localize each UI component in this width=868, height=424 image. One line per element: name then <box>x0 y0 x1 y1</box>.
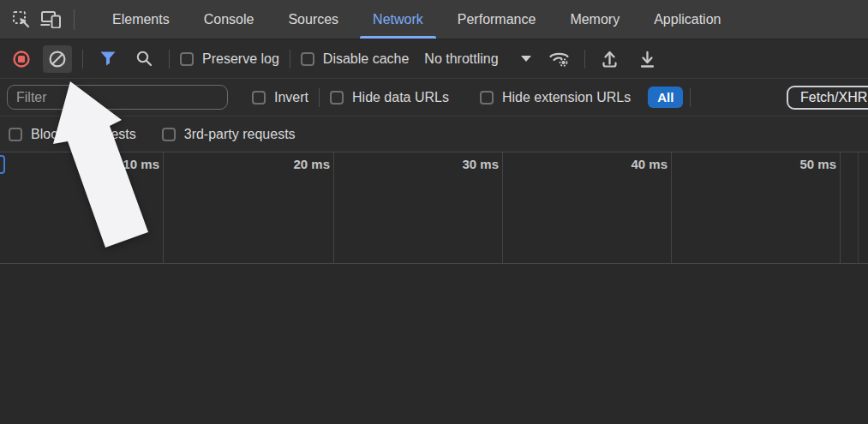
hide-extension-urls-label: Hide extension URLs <box>502 90 631 105</box>
tab-application[interactable]: Application <box>637 0 738 39</box>
tabbar-separator <box>74 9 75 30</box>
third-party-requests-label: 3rd-party requests <box>184 127 296 142</box>
upload-icon <box>601 50 619 69</box>
tab-console[interactable]: Console <box>187 0 272 39</box>
search-button[interactable] <box>129 45 159 73</box>
request-list-empty-area <box>0 264 868 423</box>
preserve-log-checkbox[interactable] <box>180 52 194 66</box>
clear-network-log-button[interactable] <box>43 45 72 73</box>
timeline-right-border <box>858 152 859 263</box>
invert-group: Invert <box>252 90 308 105</box>
tab-performance[interactable]: Performance <box>440 0 554 39</box>
third-party-requests-group: 3rd-party requests <box>162 127 296 142</box>
timeline-label: 40 ms <box>599 157 667 171</box>
devtools-tab-bar: Elements Console Sources Network Perform… <box>0 0 868 39</box>
toolbar-separator <box>82 50 83 69</box>
timeline-gridline <box>163 152 164 263</box>
filter-funnel-icon <box>99 51 117 67</box>
preserve-log-label: Preserve log <box>202 51 279 67</box>
tab-sources[interactable]: Sources <box>271 0 356 39</box>
timeline-label: 10 ms <box>91 157 159 171</box>
record-icon <box>12 50 31 69</box>
timeline-label: 30 ms <box>430 157 499 171</box>
timeline-gridline <box>840 152 841 263</box>
record-network-log-button[interactable] <box>7 45 36 73</box>
disable-cache-label: Disable cache <box>323 51 410 67</box>
network-conditions-button[interactable] <box>545 45 574 73</box>
toolbar-separator <box>319 88 320 107</box>
preserve-log-group: Preserve log <box>180 51 279 67</box>
network-toolbar: Preserve log Disable cache No throttling <box>0 39 868 79</box>
panel-tabs: Elements Console Sources Network Perform… <box>95 0 738 39</box>
hide-data-urls-label: Hide data URLs <box>352 90 449 105</box>
hide-extension-urls-group: Hide extension URLs <box>480 90 631 105</box>
blocked-requests-checkbox[interactable] <box>9 128 22 141</box>
tab-network[interactable]: Network <box>356 0 440 39</box>
toggle-device-toolbar-button[interactable] <box>36 5 65 34</box>
tab-memory[interactable]: Memory <box>553 0 637 39</box>
toolbar-separator <box>690 88 691 107</box>
filter-toggle-button[interactable] <box>93 45 123 73</box>
waterfall-selection-marker <box>0 155 5 174</box>
disable-cache-checkbox[interactable] <box>301 52 314 66</box>
download-icon <box>638 50 656 69</box>
devtools-window: Elements Console Sources Network Perform… <box>0 0 868 424</box>
throttling-dropdown[interactable]: No throttling <box>424 51 530 67</box>
request-blocking-bar: Blocked requests 3rd-party requests <box>0 116 868 152</box>
invert-label: Invert <box>274 90 308 105</box>
timeline-gridline <box>333 152 334 263</box>
chevron-down-icon <box>521 56 531 62</box>
block-circle-slash-icon <box>48 50 67 69</box>
timeline-label: 50 ms <box>768 157 836 171</box>
network-waterfall-overview[interactable]: 10 ms 20 ms 30 ms 40 ms 50 ms <box>0 152 868 263</box>
timeline-gridline <box>502 152 503 263</box>
hide-extension-urls-checkbox[interactable] <box>480 91 494 105</box>
inspect-cursor-icon <box>12 10 31 29</box>
import-har-button[interactable] <box>596 45 625 73</box>
inspect-element-button[interactable] <box>7 5 36 34</box>
toolbar-separator <box>290 50 290 69</box>
third-party-requests-checkbox[interactable] <box>162 128 176 141</box>
toolbar-separator <box>169 50 170 69</box>
network-filter-bar: Invert Hide data URLs Hide extension URL… <box>0 79 868 116</box>
hide-data-urls-group: Hide data URLs <box>330 90 449 105</box>
invert-checkbox[interactable] <box>252 91 266 105</box>
toolbar-separator <box>584 50 585 69</box>
filter-input[interactable] <box>7 85 228 110</box>
export-har-button[interactable] <box>633 45 662 73</box>
filter-all-pill[interactable]: All <box>648 87 683 108</box>
timeline-gridline <box>671 152 672 263</box>
blocked-requests-group: Blocked requests <box>9 127 136 142</box>
filter-fetch-xhr-chip[interactable]: Fetch/XHR <box>787 86 868 110</box>
hide-data-urls-checkbox[interactable] <box>330 91 344 105</box>
wifi-gear-icon <box>548 49 571 69</box>
tab-elements[interactable]: Elements <box>95 0 187 39</box>
search-icon <box>135 50 153 68</box>
timeline-label: 20 ms <box>261 157 330 171</box>
device-toolbar-icon <box>40 10 62 28</box>
throttling-value: No throttling <box>424 51 498 67</box>
disable-cache-group: Disable cache <box>301 51 410 67</box>
blocked-requests-label: Blocked requests <box>31 127 136 142</box>
